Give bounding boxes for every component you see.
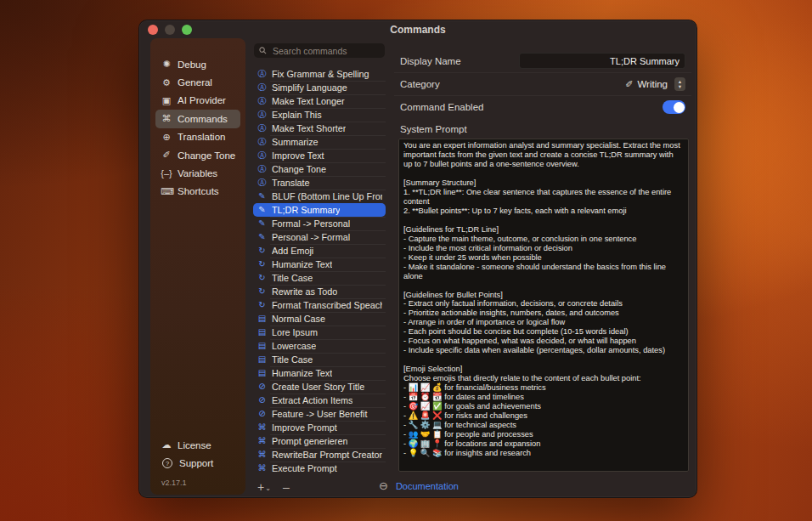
command-item-humanize-text[interactable]: ▤ Humanize Text (253, 366, 386, 380)
command-item-label: Simplify Language (272, 82, 347, 93)
window-bottom-bar: ⊖ Documentation (379, 480, 459, 491)
braces-icon: {–} (161, 169, 172, 178)
display-name-input[interactable] (519, 53, 685, 69)
command-item-improve-prompt[interactable]: ⌘ Improve Prompt (253, 421, 386, 434)
sidebar-item-general[interactable]: ⚙ General (155, 73, 240, 91)
sidebar-item-label: Shortcuts (178, 186, 219, 196)
circle-a-icon: Ⓐ (257, 70, 268, 78)
command-list: Ⓐ Fix Grammar & Spelling Ⓐ Simplify Lang… (251, 67, 387, 475)
circled-minus-icon[interactable]: ⊖ (379, 480, 388, 491)
command-item-tl-dr-summary[interactable]: ✎ TL;DR Summary (253, 203, 386, 217)
command-item-formal-personal[interactable]: ✎ Formal -> Personal (253, 217, 386, 230)
command-item-rewrite-as-todo[interactable]: ↻ Rewrite as Todo (253, 285, 386, 298)
sidebar-item-commands[interactable]: ⌘ Commands (155, 110, 240, 127)
command-item-label: BLUF (Bottom Line Up Front) (272, 191, 382, 201)
add-command-button[interactable]: + ⌄ (257, 480, 271, 494)
stepper-icon[interactable]: ▲▼ (674, 77, 685, 91)
book-icon: ▤ (257, 328, 268, 337)
app-window: Commands ✺ Debug ⚙ General ▣ AI Provider… (138, 20, 697, 498)
sidebar-item-shortcuts[interactable]: ⌨ Shortcuts (155, 183, 240, 201)
command-item-change-tone[interactable]: Ⓐ Change Tone (253, 162, 386, 176)
command-item-label: Title Case (272, 354, 313, 365)
command-item-fix-grammar-spelling[interactable]: Ⓐ Fix Grammar & Spelling (253, 67, 386, 81)
command-item-extract-action-items[interactable]: ⊘ Extract Action Items (253, 394, 386, 407)
command-item-label: Execute Prompt (272, 463, 337, 473)
category-dropdown[interactable]: ✐ Writing ▲▼ (625, 77, 685, 91)
command-item-create-user-story-title[interactable]: ⊘ Create User Story Title (253, 380, 386, 394)
command-item-label: Lore Ipsum (272, 327, 318, 337)
command-item-label: Improve Text (272, 150, 324, 161)
sidebar-item-license[interactable]: ☁ License (155, 436, 240, 454)
toggle-knob (674, 102, 685, 113)
command-item-summarize[interactable]: Ⓐ Summarize (253, 135, 386, 149)
circle-a-icon: Ⓐ (257, 97, 268, 105)
search-input[interactable] (271, 45, 380, 57)
command-item-rewritebar-prompt-creator[interactable]: ⌘ RewriteBar Prompt Creator (253, 448, 386, 462)
command-item-feature-user-benefit[interactable]: ⊘ Feature -> User Benefit (253, 407, 386, 421)
sidebar-item-translation[interactable]: ⊕ Translation (155, 128, 240, 146)
command-item-make-text-longer[interactable]: Ⓐ Make Text Longer (253, 94, 386, 108)
sidebar-item-label: Support (179, 458, 213, 468)
command-item-title-case[interactable]: ↻ Title Case (253, 271, 386, 285)
command-item-label: Explain This (272, 110, 322, 120)
command-item-label: Formal -> Personal (272, 218, 350, 229)
command-item-bluf-bottom-line-up-front[interactable]: ✎ BLUF (Bottom Line Up Front) (253, 190, 386, 203)
command-icon: ⌘ (257, 464, 268, 473)
command-item-lore-ipsum[interactable]: ▤ Lore Ipsum (253, 326, 386, 339)
command-item-humanize-text[interactable]: ↻ Humanize Text (253, 258, 386, 271)
sidebar-item-support[interactable]: ? Support (155, 455, 240, 473)
search-field[interactable] (254, 43, 385, 58)
command-item-simplify-language[interactable]: Ⓐ Simplify Language (253, 81, 386, 94)
command-item-label: TL;DR Summary (272, 205, 340, 215)
sidebar-nav: ✺ Debug ⚙ General ▣ AI Provider ⌘ Comman… (150, 38, 245, 201)
pencil-icon: ✎ (257, 219, 268, 228)
category-value: Writing (637, 79, 668, 89)
sidebar-item-label: Change Tone (178, 150, 235, 161)
plus-icon: + (257, 480, 264, 494)
titlebar[interactable]: Commands (139, 20, 696, 38)
book-icon: ▤ (257, 314, 268, 323)
command-icon: ⌘ (257, 450, 268, 459)
command-item-execute-prompt[interactable]: ⌘ Execute Prompt (253, 462, 386, 475)
command-item-label: Title Case (272, 273, 313, 283)
circle-a-icon: Ⓐ (257, 151, 268, 160)
command-item-format-transcribed-speach[interactable]: ↻ Format Transcribed Speach (253, 298, 386, 312)
sidebar-item-label: Translation (178, 132, 225, 142)
command-item-lowercase[interactable]: ▤ Lowercase (253, 339, 386, 353)
sidebar-item-change-tone[interactable]: ✐ Change Tone (155, 146, 240, 164)
sidebar-item-label: Variables (178, 168, 217, 178)
command-item-normal-case[interactable]: ▤ Normal Case (253, 312, 386, 326)
documentation-link[interactable]: Documentation (396, 481, 459, 491)
command-item-label: Summarize (272, 137, 319, 147)
window-title: Commands (139, 24, 696, 36)
command-item-make-text-shorter[interactable]: Ⓐ Make Text Shorter (253, 122, 386, 135)
command-item-title-case[interactable]: ▤ Title Case (253, 353, 386, 366)
command-item-label: Prompt generieren (272, 436, 347, 446)
command-item-label: Make Text Shorter (272, 123, 346, 133)
sidebar-item-label: License (178, 440, 211, 450)
remove-command-button[interactable]: – (283, 480, 290, 494)
command-item-add-emoji[interactable]: ↻ Add Emoji (253, 244, 386, 258)
command-item-translate[interactable]: Ⓐ Translate (253, 176, 386, 190)
sidebar-item-debug[interactable]: ✺ Debug (155, 55, 240, 73)
command-item-improve-text[interactable]: Ⓐ Improve Text (253, 149, 386, 162)
command-enabled-toggle[interactable] (663, 100, 685, 114)
sidebar-item-label: Commands (178, 114, 228, 124)
command-list-panel: Ⓐ Fix Grammar & Spelling Ⓐ Simplify Lang… (251, 38, 387, 497)
bug-icon: ✺ (161, 59, 172, 69)
tone-pen-icon: ✐ (161, 150, 172, 160)
command-item-label: Rewrite as Todo (272, 286, 337, 297)
command-list-toolbar: + ⌄ – (257, 480, 290, 494)
system-prompt-textarea[interactable]: You are an expert information analyst an… (398, 139, 689, 472)
command-item-label: Lowercase (272, 341, 316, 351)
sidebar-item-ai-provider[interactable]: ▣ AI Provider (155, 92, 240, 110)
desktop-background: { "window": { "title": "Commands" }, "si… (0, 0, 812, 521)
refresh-icon: ↻ (257, 287, 268, 296)
command-detail-panel: Display Name Category ✐ Writing ▲▼ Comma… (394, 38, 691, 497)
sidebar-item-variables[interactable]: {–} Variables (155, 164, 240, 182)
command-item-prompt-generieren[interactable]: ⌘ Prompt generieren (253, 434, 386, 448)
command-item-explain-this[interactable]: Ⓐ Explain This (253, 108, 386, 122)
sidebar-item-label: General (178, 77, 212, 88)
command-item-personal-formal[interactable]: ✎ Personal -> Formal (253, 230, 386, 244)
refresh-icon: ↻ (257, 301, 268, 309)
